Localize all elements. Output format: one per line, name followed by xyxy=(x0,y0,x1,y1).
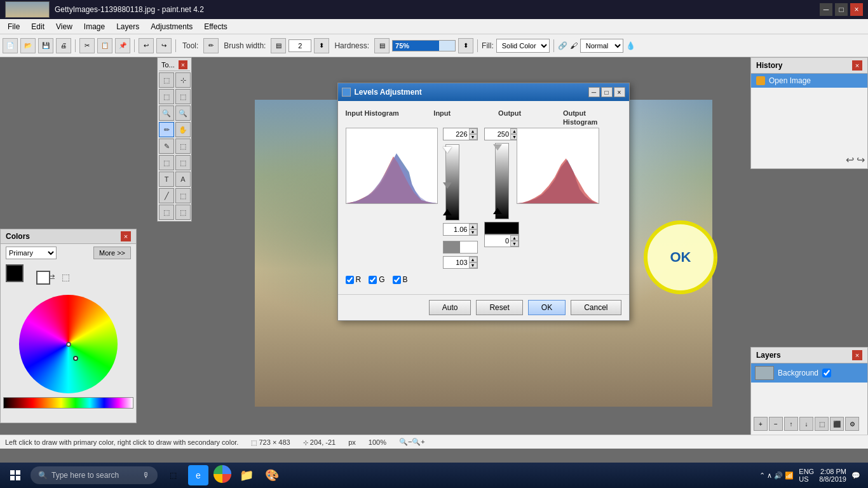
input-top-value[interactable] xyxy=(444,130,469,138)
tool-recolor[interactable]: ⬚ xyxy=(175,155,191,170)
hardness-icon[interactable]: ▤ xyxy=(374,38,390,53)
brush-size-dec[interactable]: ▤ xyxy=(271,38,286,53)
tool-pencil[interactable]: ✏ xyxy=(159,122,174,137)
layer-down-btn[interactable]: ↓ xyxy=(799,417,813,431)
undo-history-btn[interactable]: ↩ xyxy=(846,154,854,166)
tool-text[interactable]: T xyxy=(159,172,174,187)
secondary-color-swatch[interactable] xyxy=(36,271,50,285)
output-bot-up[interactable]: ▲ xyxy=(510,235,519,241)
layer-merge-btn[interactable]: ⬛ xyxy=(830,417,844,431)
tool-move[interactable]: ⊹ xyxy=(175,72,191,88)
menu-adjustments[interactable]: Adjustments xyxy=(146,21,198,32)
color-palette-strip[interactable] xyxy=(3,397,133,409)
task-view-btn[interactable]: ⬚ xyxy=(163,465,183,485)
menu-file[interactable]: File xyxy=(3,21,25,32)
open-btn[interactable]: 📂 xyxy=(20,38,36,53)
channel-b-checkbox[interactable] xyxy=(393,276,401,284)
reset-btn[interactable]: Reset xyxy=(476,300,522,315)
input-mid-slider[interactable] xyxy=(443,182,452,189)
menu-layers[interactable]: Layers xyxy=(111,21,144,32)
output-bot-down[interactable]: ▼ xyxy=(510,241,519,247)
tool-selector[interactable]: ✏ xyxy=(203,38,219,53)
tool-eyedropper[interactable]: ⬚ xyxy=(175,205,191,220)
color-mode-select[interactable]: Primary Secondary xyxy=(6,247,57,259)
channel-r-checkbox[interactable] xyxy=(346,276,354,284)
output-bot-slider[interactable] xyxy=(493,208,502,214)
primary-color-swatch[interactable] xyxy=(6,264,24,282)
output-bot-value[interactable] xyxy=(485,237,510,245)
menu-edit[interactable]: Edit xyxy=(26,21,50,32)
minimize-button[interactable]: ─ xyxy=(820,3,832,16)
output-gradient-bar[interactable] xyxy=(493,143,511,219)
hardness-spin[interactable]: ⬍ xyxy=(458,38,473,53)
print-btn[interactable]: 🖨 xyxy=(56,38,71,53)
tool-paint-bucket[interactable]: ⬚ xyxy=(175,188,191,203)
layer-up-btn[interactable]: ↑ xyxy=(784,417,798,431)
input-top-up[interactable]: ▲ xyxy=(469,128,477,134)
auto-btn[interactable]: Auto xyxy=(429,300,471,315)
input-mid-value[interactable] xyxy=(444,226,469,233)
tool-select-rect[interactable]: ⬚ xyxy=(159,72,174,88)
layer-visible-checkbox[interactable] xyxy=(822,369,831,377)
tool-line[interactable]: ╱ xyxy=(159,188,174,203)
channel-r-check[interactable]: R xyxy=(346,275,362,284)
blend-select[interactable]: Normal Multiply xyxy=(580,39,623,53)
fill-select[interactable]: Solid Color No Fill xyxy=(496,39,550,53)
hardness-bar[interactable]: 75% xyxy=(392,40,456,51)
swap-icon[interactable]: ⬚ xyxy=(62,272,70,282)
dialog-close-btn[interactable]: × xyxy=(614,87,625,97)
layer-settings-btn[interactable]: ⚙ xyxy=(845,417,859,431)
channel-b-check[interactable]: B xyxy=(393,275,408,284)
input-top-slider[interactable] xyxy=(443,147,452,153)
input-bot-up[interactable]: ▲ xyxy=(469,257,477,262)
channel-g-checkbox[interactable] xyxy=(369,276,377,284)
menu-effects[interactable]: Effects xyxy=(199,21,232,32)
input-bot-slider[interactable] xyxy=(443,209,452,215)
close-button[interactable]: × xyxy=(850,3,863,16)
tools-close-btn[interactable]: × xyxy=(179,60,187,69)
channel-g-check[interactable]: G xyxy=(369,275,384,284)
file-explorer-btn[interactable]: 📁 xyxy=(236,465,257,485)
tool-zoom[interactable]: 🔍 xyxy=(159,105,174,121)
start-button[interactable] xyxy=(3,463,28,488)
dialog-maximize-btn[interactable]: □ xyxy=(601,87,613,97)
brush-size-spin[interactable]: ⬍ xyxy=(314,38,329,53)
redo-history-btn[interactable]: ↪ xyxy=(857,154,865,166)
brush-width-input[interactable]: 2 xyxy=(288,39,311,52)
undo-btn[interactable]: ↩ xyxy=(139,38,154,53)
menu-image[interactable]: Image xyxy=(79,21,110,32)
paintnet-btn[interactable]: 🎨 xyxy=(262,465,282,485)
history-item[interactable]: Open Image xyxy=(751,74,867,88)
layer-dup-btn[interactable]: ⬚ xyxy=(815,417,829,431)
clock[interactable]: 2:08 PM 8/8/2019 xyxy=(819,468,846,483)
save-btn[interactable]: 💾 xyxy=(38,38,53,53)
chrome-btn[interactable] xyxy=(214,465,231,483)
tool-pan[interactable]: ✋ xyxy=(175,122,191,137)
history-close-btn[interactable]: × xyxy=(852,60,862,71)
tool-lasso[interactable]: ⬚ xyxy=(159,89,174,104)
tool-shapes[interactable]: A xyxy=(175,172,191,187)
ok-btn[interactable]: OK xyxy=(528,300,566,315)
output-top-value[interactable] xyxy=(485,130,510,138)
colors-close-btn[interactable]: × xyxy=(121,231,131,241)
cut-btn[interactable]: ✂ xyxy=(79,38,95,53)
layer-item[interactable]: Background xyxy=(751,363,867,383)
tool-brush[interactable]: ✎ xyxy=(159,139,174,154)
input-bot-value[interactable] xyxy=(444,259,469,266)
copy-btn[interactable]: 📋 xyxy=(97,38,112,53)
input-top-down[interactable]: ▼ xyxy=(469,134,477,140)
tool-magic-wand[interactable]: ⬚ xyxy=(175,89,191,104)
input-bot-down[interactable]: ▼ xyxy=(469,262,477,268)
edge-btn[interactable]: e xyxy=(188,465,208,485)
input-mid-up[interactable]: ▲ xyxy=(469,224,477,229)
input-gradient-bar[interactable] xyxy=(443,144,462,220)
tool-gradient[interactable]: ⬚ xyxy=(159,205,174,220)
delete-layer-btn[interactable]: − xyxy=(769,417,783,431)
redo-btn[interactable]: ↪ xyxy=(156,38,172,53)
tool-zoom2[interactable]: 🔍 xyxy=(175,105,191,121)
cancel-btn[interactable]: Cancel xyxy=(571,300,621,315)
tool-eraser[interactable]: ⬚ xyxy=(175,139,191,154)
notification-btn[interactable]: 💬 xyxy=(851,471,860,480)
dialog-minimize-btn[interactable]: ─ xyxy=(588,87,600,97)
new-btn[interactable]: 📄 xyxy=(3,38,18,53)
